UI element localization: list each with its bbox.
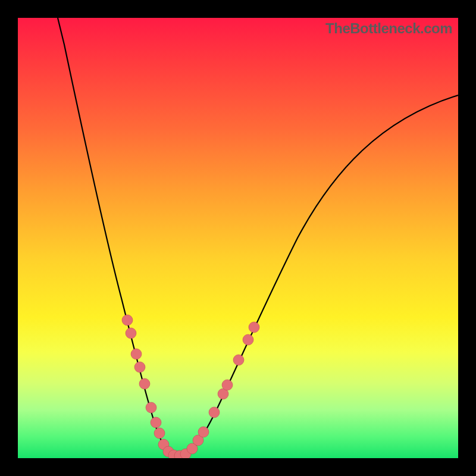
data-marker (134, 362, 145, 372)
data-marker (243, 334, 253, 345)
data-marker (126, 328, 136, 339)
data-marker (222, 380, 233, 390)
data-marker (198, 427, 209, 437)
outer-black-frame: TheBottleneck.com (0, 0, 476, 476)
data-marker (233, 355, 244, 365)
data-marker (139, 378, 150, 389)
data-marker (146, 402, 156, 413)
chart-overlay (18, 18, 458, 458)
data-marker (249, 322, 259, 333)
data-marker (154, 428, 165, 439)
v-curve-path (58, 18, 458, 456)
data-marker (131, 349, 142, 359)
data-marker (151, 417, 161, 428)
data-marker (209, 407, 220, 418)
data-marker (122, 315, 133, 325)
marker-group (122, 315, 259, 458)
plot-area: TheBottleneck.com (18, 18, 458, 458)
